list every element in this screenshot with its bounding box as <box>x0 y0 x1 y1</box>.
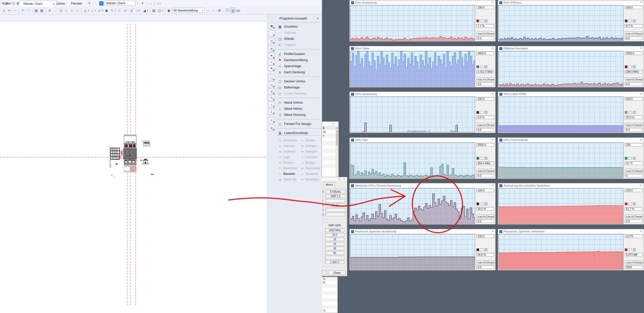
visible-only-icon[interactable]: ◎ <box>230 8 235 13</box>
roof-slope-icon[interactable]: ◢ <box>142 8 147 13</box>
reset-button[interactable]: Reset <box>487 214 495 218</box>
graph-close-icon[interactable]: ✕ <box>640 230 642 233</box>
visibility-gelaende-button[interactable]: ◔◉ <box>268 30 275 36</box>
reset-button[interactable]: Reset <box>487 31 495 35</box>
graph-color-swatch[interactable] <box>480 202 483 205</box>
visibility-bauteile-button[interactable]: ▦◉ <box>268 125 275 131</box>
gear-icon[interactable]: ⚙ <box>117 8 122 13</box>
eye-icon[interactable]: ◉ <box>104 8 109 13</box>
graph-close-icon[interactable]: ✕ <box>492 138 494 141</box>
graph-color-swatch[interactable] <box>629 248 632 251</box>
export-settings-icon[interactable]: ⇧ <box>211 8 216 13</box>
auto-fit-button[interactable]: Auto Fit <box>625 260 635 264</box>
dxf-icon[interactable]: dxf <box>122 8 129 13</box>
storey-below-icon[interactable]: ⌂ <box>146 1 148 5</box>
panel-item-wand-umriss[interactable]: ⊓Wand Umriss <box>277 100 320 106</box>
graph-color-swatch[interactable] <box>485 157 487 160</box>
panel-item-profile-gauben[interactable]: ∠Profile/Gauben <box>277 51 320 57</box>
view-settings-icon[interactable]: ◉ <box>166 8 171 13</box>
info-icon[interactable]: ⓘ <box>225 8 230 13</box>
auto-fit-button[interactable]: Auto Fit <box>476 77 487 81</box>
graph-close-icon[interactable]: ✕ <box>492 230 494 233</box>
visibility-sparrenlage-button[interactable]: ≋◉ <box>268 59 275 65</box>
graph-color-swatch[interactable] <box>625 248 628 251</box>
reset-button[interactable]: Reset <box>487 123 495 127</box>
graph-color-swatch[interactable] <box>476 20 479 22</box>
rotate-icon[interactable]: ↻ <box>75 8 80 13</box>
drawing-selector-combo[interactable]: Wände / Dach <box>105 1 135 6</box>
cpuz-tab-about[interactable]: About <box>324 182 335 186</box>
undo-icon[interactable]: ↶ <box>20 8 25 13</box>
storey-split-icon-dropdown[interactable]: ▼ <box>162 10 164 11</box>
auto-fit-button[interactable]: Auto Fit <box>476 169 487 173</box>
graph-color-swatch[interactable] <box>476 157 479 160</box>
graph-color-swatch[interactable] <box>485 20 487 22</box>
graph-close-icon[interactable]: ✕ <box>640 184 642 187</box>
visibility-dach-deckung-button[interactable]: ⚑◉ <box>268 65 275 71</box>
graph-color-swatch[interactable] <box>625 20 628 22</box>
graph-color-swatch[interactable] <box>480 65 483 68</box>
clip-icon[interactable]: ▱ <box>97 8 102 13</box>
storey-all-icon[interactable]: ⌂ <box>157 1 159 5</box>
visibility-decke-deckung-button[interactable]: ≣◉ <box>268 88 275 95</box>
miniwin-close-icon[interactable]: ✕ <box>332 122 334 125</box>
auto-fit-button[interactable]: Auto Fit <box>476 31 487 35</box>
zoom-icon[interactable]: ○ <box>64 8 69 13</box>
combo-down-icon[interactable]: ▼ <box>142 2 144 5</box>
binoculars-icon[interactable]: oo <box>236 8 241 13</box>
menu-fenster[interactable]: Fenster <box>68 0 85 7</box>
reset-button[interactable]: Reset <box>487 260 495 264</box>
graph-color-swatch[interactable] <box>633 65 636 68</box>
combo-up-icon[interactable]: ▲ <box>137 2 139 5</box>
clip-icon-dropdown[interactable]: ▼ <box>102 10 104 11</box>
house-select-icon[interactable]: ⌂ <box>90 8 95 13</box>
cut-alt-icon[interactable]: ✂ <box>12 8 17 13</box>
visibility-grundriss-button[interactable]: ▦◉ <box>268 23 275 29</box>
graph-color-swatch[interactable] <box>480 111 483 114</box>
tab-list-dropdown-icon[interactable]: ▾ <box>2 2 3 5</box>
auto-fit-button[interactable]: Auto Fit <box>476 123 487 127</box>
graph-close-icon[interactable]: ✕ <box>640 92 642 96</box>
panel-item-w-nde[interactable]: ◳Wände <box>277 36 320 42</box>
storey-dropdown-icon[interactable]: ▼ <box>159 3 161 4</box>
auto-fit-button[interactable]: Auto Fit <box>476 260 487 264</box>
visibility-waende-button[interactable]: ◳◉ <box>268 38 275 44</box>
storey-current-icon[interactable]: ⌂ <box>149 1 151 5</box>
bulb-icon[interactable]: ☼ <box>53 8 58 13</box>
tool-baustein[interactable]: ⌂Baustein <box>278 171 299 176</box>
panel-item-wand-deckung[interactable]: ∥Wand Deckung <box>277 112 320 118</box>
compass-icon-dropdown[interactable]: ▼ <box>88 10 89 11</box>
auto-fit-button[interactable]: Auto Fit <box>625 123 635 127</box>
text-search-icon[interactable]: A <box>47 8 52 13</box>
reset-button[interactable]: Reset <box>635 31 643 35</box>
graph-color-swatch[interactable] <box>625 111 628 114</box>
auto-fit-button[interactable]: Auto Fit <box>625 77 635 81</box>
roof-slope-icon-dropdown[interactable]: ▼ <box>147 10 149 11</box>
graph-close-icon[interactable]: ✕ <box>492 92 494 96</box>
graph-close-icon[interactable]: ✕ <box>640 138 642 141</box>
graph-color-swatch[interactable] <box>485 202 487 205</box>
panel-item-wand-h-lzer[interactable]: ∥Wand Hölzer <box>277 106 320 112</box>
settings-icon[interactable]: ⚙ <box>217 8 222 13</box>
cpuz-close-button[interactable]: Close <box>328 270 346 275</box>
graph-color-swatch[interactable] <box>476 248 479 251</box>
panel-item-sparrenlage[interactable]: ≋Sparrenlage <box>277 63 320 69</box>
graph-color-swatch[interactable] <box>633 248 636 251</box>
tool-visibility-settings-button[interactable]: ✂◉ <box>268 117 275 123</box>
page-zoom-icon[interactable]: ◻ <box>58 8 63 13</box>
miniwin-scrollbar[interactable]: ▲ <box>336 127 338 177</box>
reset-button[interactable]: Reset <box>635 260 643 264</box>
panel-item-fenster-t-r-design[interactable]: ◱Fenster/Tür Design <box>277 121 320 127</box>
graph-color-swatch[interactable] <box>476 202 479 205</box>
storey-icon[interactable]: ▤ <box>151 8 156 13</box>
panel-header-dropdown-icon[interactable]: ▼ <box>317 17 319 20</box>
cpuz-partial-button[interactable] <box>322 270 327 275</box>
print-icon[interactable]: ▤ <box>34 8 39 13</box>
close-drawing-icon[interactable]: ⊠ <box>6 2 8 5</box>
graph-color-swatch[interactable] <box>629 202 632 205</box>
menu-hilfe[interactable]: ? <box>85 0 93 7</box>
graph-color-swatch[interactable] <box>485 248 487 251</box>
auto-fit-button[interactable]: Auto Fit <box>625 31 635 35</box>
brush-icon[interactable]: ✎ <box>110 8 115 13</box>
visibility-dachausmittlung-button[interactable]: ⚑◉ <box>268 53 275 59</box>
